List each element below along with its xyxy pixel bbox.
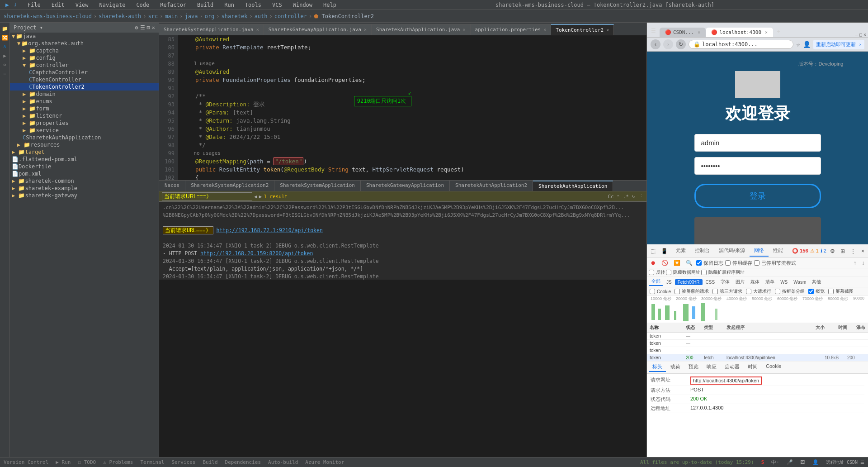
menu-window[interactable]: Window [291, 1, 314, 9]
tab-app-properties[interactable]: application.properties× [471, 24, 552, 35]
browser-tab-1[interactable]: 🔴 CSDN... × [660, 28, 706, 37]
tree-item[interactable]: C SharetekAuthApplication [10, 134, 159, 141]
status-vcs[interactable]: Version Control [4, 459, 48, 465]
tree-item-captcha-controller[interactable]: C CaptchaController [10, 69, 159, 76]
devtools-dock-btn[interactable]: ⊞ [839, 247, 847, 255]
device-toolbar-btn[interactable]: 📱 [659, 247, 670, 255]
status-mic[interactable]: 🎤 [787, 459, 793, 465]
status-profile[interactable]: 👤 [812, 459, 819, 465]
invert-check[interactable]: 反转 [649, 269, 665, 276]
user-icon[interactable]: 👤 [803, 41, 811, 48]
bc-controller[interactable]: controller [274, 13, 307, 19]
sidebar-settings-icon[interactable]: ⚙ [135, 24, 138, 31]
search-options-icon[interactable]: Cc ⁿ .* ⤿ ⋮ [608, 194, 644, 200]
group-frame-filter[interactable]: 按框架分组 [775, 288, 805, 295]
status-terminal[interactable]: Terminal [140, 459, 164, 465]
status-build[interactable]: Build [203, 459, 217, 465]
browser-tab-active[interactable]: 🔴 localhost:4300 × [706, 28, 773, 37]
forward-button[interactable]: › [663, 39, 673, 49]
tree-item[interactable]: ▶ 📁 target [10, 148, 159, 156]
filter-img[interactable]: 图片 [733, 278, 747, 286]
status-problems[interactable]: ⚠ Problems [103, 459, 133, 465]
menu-run[interactable]: Run [222, 1, 236, 9]
menu-help[interactable]: Help [321, 1, 338, 9]
tab-response[interactable]: 响应 [703, 362, 720, 372]
status-deps[interactable]: Dependencies [225, 459, 261, 465]
login-button[interactable]: 登录 [694, 184, 821, 208]
network-row-3[interactable]: token — [647, 347, 868, 354]
devtools-tab-network[interactable]: 网络 [750, 245, 769, 257]
menu-code[interactable]: Code [134, 1, 151, 9]
clear-btn[interactable]: 🚫 [660, 259, 670, 267]
menu-navigate[interactable]: Navigate [98, 1, 127, 9]
status-services[interactable]: Services [171, 459, 195, 465]
url-link[interactable]: http://192.168.20.159:8200/api/token [200, 250, 313, 257]
devtools-tab-more[interactable]: >> [788, 245, 790, 257]
tab-sharetek-gateway[interactable]: SharetekGatewayApplication.java× [264, 24, 372, 35]
devtools-more-btn[interactable]: ⋮ [849, 247, 858, 255]
browser-max-btn[interactable]: □ [859, 32, 862, 37]
bc-sharetek[interactable]: sharetek [222, 13, 248, 19]
cookie-filter[interactable]: Cookie [650, 289, 671, 294]
tree-item[interactable]: ▶ 📁 properties [10, 119, 159, 127]
screenshot-filter[interactable]: 屏幕截图 [828, 288, 854, 295]
throttle-check[interactable]: 已停用节流模式 [754, 260, 796, 267]
tab-sharetek-auth[interactable]: SharetekAuthApplication.java× [372, 24, 470, 35]
run-tab-auth2[interactable]: SharetekAuthApplication2 [450, 181, 533, 191]
run-tab-gateway[interactable]: SharetekGatewayApplication [361, 181, 450, 191]
devtools-settings-btn[interactable]: ⚙ [828, 247, 837, 255]
inspect-element-btn[interactable]: ⬚ [649, 247, 657, 255]
status-todo[interactable]: ☐ TODO [78, 459, 96, 465]
browser-hamburger[interactable]: ☰ [647, 24, 660, 37]
devtools-tab-sources[interactable]: 源代码/来源 [714, 245, 750, 257]
activity-structure[interactable]: ≡ [1, 70, 9, 78]
tree-item[interactable]: ▶ 📁 domain [10, 91, 159, 98]
blocked-req-filter[interactable]: 被屏蔽的请求 [675, 288, 709, 295]
filter-media[interactable]: 媒体 [748, 278, 762, 286]
status-run[interactable]: ▶ Run [56, 459, 71, 465]
devtools-tab-elements[interactable]: 元素 [671, 245, 690, 257]
import-btn[interactable]: ↑ [852, 259, 858, 267]
menu-vcs[interactable]: VCS [270, 1, 284, 9]
tree-item[interactable]: ▶ 📁 sharetek-gateway [10, 192, 159, 199]
menu-refactor[interactable]: Refactor [158, 1, 188, 9]
tab-payload[interactable]: 载荷 [667, 362, 684, 372]
menu-edit[interactable]: Edit [50, 1, 66, 9]
activity-git[interactable]: 🔀 [1, 33, 9, 42]
filter-manifest[interactable]: 清单 [763, 278, 777, 286]
tree-item[interactable]: ▶ 📁 sharetek-example [10, 185, 159, 192]
password-input[interactable] [694, 157, 821, 175]
large-req-filter[interactable]: 大请求行 [746, 288, 771, 295]
close-icon[interactable]: × [765, 30, 768, 35]
bc-src[interactable]: src [148, 13, 158, 19]
tab-preview[interactable]: 预览 [685, 362, 702, 372]
bc-auth[interactable]: auth [255, 13, 268, 19]
username-input[interactable] [694, 134, 821, 152]
devtools-tab-console[interactable]: 控制台 [690, 245, 714, 257]
tree-item[interactable]: 📄 pom.xml [10, 170, 159, 177]
sidebar-expand-icon[interactable]: ⊟ [147, 24, 150, 31]
bc-org[interactable]: org [205, 13, 215, 19]
url-link[interactable]: http://192.168.72.1:9210/api/token [216, 227, 322, 234]
status-lang[interactable]: 中· [771, 459, 779, 466]
record-btn[interactable]: ⏺ [649, 259, 658, 267]
export-btn[interactable]: ↓ [860, 259, 866, 267]
address-bar[interactable]: 🔒 localhost:4300... [689, 40, 793, 49]
browser-close-btn[interactable]: × [863, 32, 866, 37]
status-autobuild[interactable]: Auto-build [268, 459, 298, 465]
tree-item[interactable]: 📄 Dockerfile [10, 163, 159, 170]
menu-tools[interactable]: Tools [243, 1, 263, 9]
run-tab-system[interactable]: SharetekSystemApplication [274, 181, 361, 191]
filter-js[interactable]: JS [664, 279, 675, 285]
bc-module[interactable]: sharetek-auth [99, 13, 141, 19]
bc-project[interactable]: sharetek-wms-business-cloud [4, 13, 92, 19]
tab-sharetek-system[interactable]: SharetekSystemApplication.java× [159, 24, 264, 35]
tree-item[interactable]: ▼ 📁 org.sharetek.auth [10, 40, 159, 47]
tree-item-service[interactable]: ▶ 📁 service [10, 127, 159, 134]
network-row-4[interactable]: token 200 fetch localhost:4300/api/token… [647, 354, 868, 362]
tab-cookies[interactable]: Cookie [762, 362, 785, 372]
bc-main[interactable]: main [165, 13, 178, 19]
activity-project[interactable]: 📁 [1, 24, 9, 33]
tree-item[interactable]: ▼ 📁 controller [10, 62, 159, 69]
tab-timing[interactable]: 时间 [744, 362, 761, 372]
